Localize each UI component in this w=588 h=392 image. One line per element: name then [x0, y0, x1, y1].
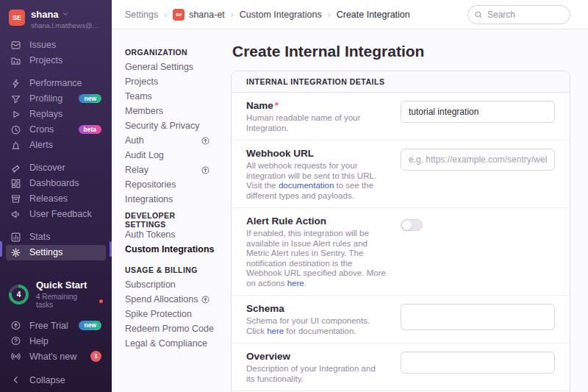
- search-input[interactable]: [467, 5, 570, 24]
- breadcrumb-organization[interactable]: se shana-et: [173, 9, 225, 21]
- projects-icon: [10, 55, 21, 66]
- webhook-url-field-row: Webhook URL All webhook requests for you…: [232, 140, 570, 207]
- name-help: Human readable name of your Integration.: [246, 113, 386, 133]
- nav-item-auth[interactable]: Auth: [125, 133, 210, 148]
- quick-start-label: Quick Start: [36, 279, 103, 291]
- chevron-down-icon: [62, 10, 69, 20]
- nav-item-integrations[interactable]: Integrations: [125, 192, 210, 207]
- releases-icon: [10, 193, 21, 204]
- nav-item-members[interactable]: Members: [125, 104, 210, 118]
- actions-here-link[interactable]: here: [287, 279, 304, 288]
- sidebar-item-profiling[interactable]: Profiling new: [6, 91, 106, 107]
- quick-start-subtitle: 4 Remaining tasks: [36, 293, 96, 309]
- main-content: Create Internal Integration INTERNAL INT…: [220, 29, 588, 392]
- sidebar-item-user-feedback[interactable]: User Feedback: [6, 207, 106, 222]
- overview-help: Description of your Integration and its …: [246, 364, 386, 384]
- notification-dot: [99, 299, 103, 303]
- free-trial-icon: [10, 320, 21, 331]
- alert-rule-action-row: Alert Rule Action If enabled, this integ…: [232, 207, 570, 295]
- quick-start-button[interactable]: 4 Quick Start 4 Remaining tasks: [0, 272, 112, 318]
- nav-item-subscription[interactable]: Subscription: [125, 277, 210, 292]
- schema-field-row: Schema Schema for your UI components. Cl…: [232, 295, 570, 343]
- badge: new: [79, 321, 101, 330]
- alert-rule-toggle[interactable]: [401, 219, 423, 231]
- badge: beta: [79, 125, 101, 135]
- nav-section-header: DEVELOPER SETTINGS: [125, 213, 210, 227]
- issues-icon: [10, 40, 21, 51]
- sidebar-item-releases[interactable]: Releases: [6, 191, 106, 207]
- dashboards-icon: [10, 178, 21, 189]
- top-header: Settings › se shana-et › Custom Integrat…: [112, 0, 588, 29]
- power-feature-icon: [201, 295, 210, 304]
- webhook-url-label: Webhook URL: [246, 148, 386, 159]
- sidebar-item-performance[interactable]: Performance: [6, 76, 106, 91]
- nav-section-header: USAGE & BILLING: [125, 263, 210, 277]
- sidebar-collapse-button[interactable]: Collapse: [6, 372, 106, 388]
- overview-input[interactable]: [401, 352, 555, 374]
- schema-label: Schema: [246, 303, 386, 314]
- nav-item-audit-log[interactable]: Audit Log: [125, 148, 210, 163]
- nav-section-header: ORGANIZATION: [125, 45, 210, 60]
- sidebar-item-replays[interactable]: Replays: [6, 107, 106, 122]
- profiling-icon: [10, 93, 21, 104]
- breadcrumb-create-integration: Create Integration: [337, 10, 410, 20]
- nav-item-legal-compliance[interactable]: Legal & Compliance: [125, 336, 210, 351]
- breadcrumb-custom-integrations[interactable]: Custom Integrations: [240, 10, 322, 20]
- breadcrumb-separator: ›: [231, 10, 234, 20]
- sidebar-item-projects[interactable]: Projects: [6, 53, 106, 68]
- sidebar-item-stats[interactable]: Stats: [6, 229, 106, 245]
- sidebar-item-crons[interactable]: Crons beta: [6, 122, 106, 138]
- performance-icon: [10, 78, 21, 89]
- nav-item-repositories[interactable]: Repositories: [125, 177, 210, 192]
- active-indicator-bar: [0, 241, 2, 257]
- sidebar-item-help[interactable]: Help: [6, 333, 106, 349]
- sidebar-item-issues[interactable]: Issues: [6, 38, 106, 53]
- app-sidebar: SE shana shana.l.matthews@… Issues Proje…: [0, 0, 112, 392]
- user-email: shana.l.matthews@…: [31, 22, 99, 29]
- nav-item-projects[interactable]: Projects: [125, 74, 210, 89]
- breadcrumb-settings[interactable]: Settings: [125, 10, 158, 20]
- breadcrumb-separator: ›: [164, 10, 167, 20]
- nav-item-custom-integrations[interactable]: Custom Integrations: [125, 242, 210, 257]
- badge: new: [79, 94, 101, 104]
- nav-item-spend-allocations[interactable]: Spend Allocations: [125, 292, 210, 307]
- stats-icon: [10, 232, 21, 243]
- nav-item-redeem-promo-code[interactable]: Redeem Promo Code: [125, 321, 210, 336]
- alert-rule-action-help: If enabled, this integration will be ava…: [246, 229, 386, 288]
- replays-icon: [10, 109, 21, 120]
- panel-header: INTERNAL INTEGRATION DETAILS: [232, 71, 570, 93]
- sidebar-item-dashboards[interactable]: Dashboards: [6, 176, 106, 191]
- badge: 1: [90, 351, 101, 362]
- sidebar-item-free-trial[interactable]: Free Trial new: [6, 318, 106, 333]
- webhook-url-input[interactable]: [401, 149, 555, 171]
- user-menu[interactable]: SE shana shana.l.matthews@…: [0, 0, 112, 35]
- schema-help: Schema for your UI components. Click her…: [246, 316, 386, 336]
- sidebar-item-discover[interactable]: Discover: [6, 160, 106, 176]
- active-indicator-bar: [110, 241, 112, 257]
- required-asterisk: *: [275, 100, 279, 111]
- name-input[interactable]: [401, 101, 555, 123]
- org-avatar: se: [173, 9, 184, 21]
- schema-here-link[interactable]: here: [267, 327, 284, 335]
- power-feature-icon: [201, 165, 210, 175]
- sidebar-item-settings[interactable]: Settings: [6, 245, 106, 260]
- documentation-link[interactable]: documentation: [279, 181, 334, 190]
- sidebar-item-what-s-new[interactable]: What's new 1: [6, 349, 106, 364]
- schema-textarea[interactable]: [401, 304, 555, 330]
- nav-item-general-settings[interactable]: General Settings: [125, 60, 210, 74]
- collapse-chevron-icon: [10, 374, 21, 385]
- alert-rule-action-label: Alert Rule Action: [246, 215, 386, 227]
- nav-item-teams[interactable]: Teams: [125, 89, 210, 104]
- nav-item-security-privacy[interactable]: Security & Privacy: [125, 118, 210, 133]
- nav-item-relay[interactable]: Relay: [125, 163, 210, 177]
- breadcrumb: Settings › se shana-et › Custom Integrat…: [125, 9, 410, 21]
- breadcrumb-separator: ›: [328, 10, 331, 20]
- internal-integration-details-panel: INTERNAL INTEGRATION DETAILS Name* Human…: [231, 71, 570, 392]
- nav-item-auth-tokens[interactable]: Auth Tokens: [125, 227, 210, 242]
- name-label: Name*: [246, 100, 386, 111]
- nav-item-spike-protection[interactable]: Spike Protection: [125, 307, 210, 321]
- user-name: shana: [31, 10, 59, 20]
- whats-new-icon: [10, 351, 21, 362]
- webhook-url-help: All webhook requests for your integratio…: [246, 161, 386, 201]
- sidebar-item-alerts[interactable]: Alerts: [6, 138, 106, 153]
